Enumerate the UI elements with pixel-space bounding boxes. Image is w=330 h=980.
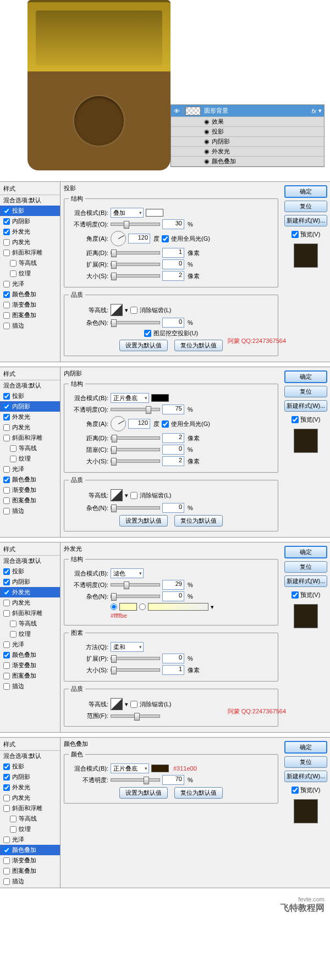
new-style-button[interactable]: 新建样式(W)... bbox=[284, 400, 327, 412]
style-bevel[interactable]: 斜面和浮雕 bbox=[0, 608, 60, 618]
reset-button[interactable]: 复位 bbox=[284, 756, 327, 768]
new-style-button[interactable]: 新建样式(W)... bbox=[284, 575, 327, 587]
opacity-input[interactable]: 70 bbox=[162, 775, 184, 785]
style-gradient-overlay[interactable]: 渐变叠加 bbox=[0, 855, 60, 866]
layer-thumbnail[interactable] bbox=[185, 107, 201, 115]
style-outer-glow[interactable]: 外发光 bbox=[0, 782, 60, 793]
angle-input[interactable]: 120 bbox=[128, 234, 150, 243]
effects-header[interactable]: ◉效果 bbox=[171, 117, 324, 127]
size-slider[interactable] bbox=[111, 668, 160, 672]
style-satin[interactable]: 光泽 bbox=[0, 639, 60, 650]
style-texture[interactable]: 纹理 bbox=[0, 453, 60, 464]
style-outer-glow[interactable]: 外发光 bbox=[0, 412, 60, 422]
style-drop-shadow[interactable]: 投影 bbox=[0, 761, 60, 772]
spread-slider[interactable] bbox=[111, 263, 160, 266]
reset-button[interactable]: 复位 bbox=[284, 201, 327, 212]
anti-alias-checkbox[interactable] bbox=[130, 492, 138, 499]
size-slider[interactable] bbox=[111, 274, 160, 278]
spread-input[interactable]: 0 bbox=[162, 259, 184, 269]
reset-default-button[interactable]: 复位为默认值 bbox=[174, 340, 223, 351]
style-outer-glow[interactable]: 外发光 bbox=[0, 226, 60, 237]
opacity-input[interactable]: 30 bbox=[162, 219, 184, 229]
noise-slider[interactable] bbox=[111, 321, 160, 324]
global-light-checkbox[interactable] bbox=[162, 420, 169, 428]
visibility-icon[interactable]: 👁 bbox=[171, 108, 183, 114]
blend-options[interactable]: 混合选项:默认 bbox=[0, 195, 60, 206]
reset-default-button[interactable]: 复位为默认值 bbox=[174, 787, 223, 799]
size-slider[interactable] bbox=[111, 459, 160, 463]
choke-input[interactable]: 0 bbox=[162, 445, 184, 455]
anti-alias-checkbox[interactable] bbox=[130, 307, 138, 314]
knockout-checkbox[interactable] bbox=[144, 330, 151, 337]
style-color-overlay[interactable]: 颜色叠加 bbox=[0, 650, 60, 660]
effect-item[interactable]: ◉内阴影 bbox=[171, 137, 324, 147]
style-pattern-overlay[interactable]: 图案叠加 bbox=[0, 671, 60, 681]
style-pattern-overlay[interactable]: 图案叠加 bbox=[0, 495, 60, 506]
spread-slider[interactable] bbox=[111, 657, 160, 660]
distance-slider[interactable] bbox=[111, 251, 160, 254]
contour-picker[interactable] bbox=[111, 698, 123, 710]
style-contour[interactable]: 等高线 bbox=[0, 813, 60, 824]
blend-options[interactable]: 混合选项:默认 bbox=[0, 556, 60, 566]
dropdown-icon[interactable]: ▾ bbox=[125, 701, 128, 708]
ok-button[interactable]: 确定 bbox=[284, 185, 327, 198]
layer-row-selected[interactable]: 👁 圆形背景 fx ▾ bbox=[171, 105, 324, 117]
style-satin[interactable]: 光泽 bbox=[0, 464, 60, 474]
blend-mode-combo[interactable]: 正片叠底 bbox=[111, 763, 149, 773]
angle-input[interactable]: 120 bbox=[128, 419, 150, 429]
style-inner-shadow[interactable]: 内阴影 bbox=[0, 401, 60, 412]
fx-badge[interactable]: fx bbox=[311, 108, 318, 114]
blend-mode-combo[interactable]: 叠加 bbox=[111, 208, 144, 218]
effect-item[interactable]: ◉颜色叠加 bbox=[171, 157, 324, 167]
noise-input[interactable]: 0 bbox=[162, 318, 184, 328]
style-satin[interactable]: 光泽 bbox=[0, 279, 60, 289]
style-bevel[interactable]: 斜面和浮雕 bbox=[0, 803, 60, 813]
noise-slider[interactable] bbox=[111, 595, 160, 598]
style-contour[interactable]: 等高线 bbox=[0, 258, 60, 268]
style-inner-glow[interactable]: 内发光 bbox=[0, 597, 60, 608]
size-input[interactable]: 2 bbox=[162, 271, 184, 281]
distance-slider[interactable] bbox=[111, 436, 160, 440]
style-inner-shadow[interactable]: 内阴影 bbox=[0, 577, 60, 587]
style-stroke[interactable]: 描边 bbox=[0, 681, 60, 691]
reset-button[interactable]: 复位 bbox=[284, 561, 327, 573]
color-radio[interactable] bbox=[111, 603, 117, 610]
distance-input[interactable]: 1 bbox=[162, 248, 184, 258]
ok-button[interactable]: 确定 bbox=[284, 370, 327, 383]
style-color-overlay[interactable]: 颜色叠加 bbox=[0, 474, 60, 485]
noise-input[interactable]: 0 bbox=[162, 591, 184, 601]
gradient-picker[interactable] bbox=[148, 603, 208, 611]
style-stroke[interactable]: 描边 bbox=[0, 876, 60, 887]
glow-color-swatch[interactable] bbox=[119, 603, 137, 611]
opacity-slider[interactable] bbox=[111, 583, 160, 586]
contour-picker[interactable] bbox=[111, 489, 123, 501]
style-texture[interactable]: 纹理 bbox=[0, 268, 60, 279]
style-inner-glow[interactable]: 内发光 bbox=[0, 422, 60, 433]
effect-item[interactable]: ◉投影 bbox=[171, 127, 324, 137]
style-gradient-overlay[interactable]: 渐变叠加 bbox=[0, 300, 60, 310]
style-inner-shadow[interactable]: 内阴影 bbox=[0, 772, 60, 782]
style-drop-shadow[interactable]: 投影 bbox=[0, 391, 60, 401]
reset-button[interactable]: 复位 bbox=[284, 386, 327, 397]
contour-picker[interactable] bbox=[111, 304, 123, 316]
reset-default-button[interactable]: 复位为默认值 bbox=[174, 515, 223, 527]
color-swatch[interactable] bbox=[146, 209, 163, 217]
method-combo[interactable]: 柔和 bbox=[111, 642, 144, 652]
opacity-input[interactable]: 75 bbox=[162, 405, 184, 414]
new-style-button[interactable]: 新建样式(W)... bbox=[284, 771, 327, 782]
style-contour[interactable]: 等高线 bbox=[0, 618, 60, 629]
angle-dial[interactable] bbox=[111, 416, 126, 431]
global-light-checkbox[interactable] bbox=[162, 235, 169, 242]
style-inner-glow[interactable]: 内发光 bbox=[0, 237, 60, 247]
preview-checkbox[interactable]: 预览(V) bbox=[292, 416, 321, 424]
anti-alias-checkbox[interactable] bbox=[130, 701, 138, 708]
style-texture[interactable]: 纹理 bbox=[0, 629, 60, 639]
opacity-slider[interactable] bbox=[111, 223, 160, 226]
collapse-icon[interactable]: ▾ bbox=[318, 107, 322, 114]
blend-mode-combo[interactable]: 滤色 bbox=[111, 568, 144, 578]
style-outer-glow[interactable]: 外发光 bbox=[0, 587, 60, 597]
set-default-button[interactable]: 设置为默认值 bbox=[119, 340, 168, 351]
noise-slider[interactable] bbox=[111, 506, 160, 510]
style-pattern-overlay[interactable]: 图案叠加 bbox=[0, 310, 60, 320]
color-swatch[interactable] bbox=[151, 394, 169, 402]
